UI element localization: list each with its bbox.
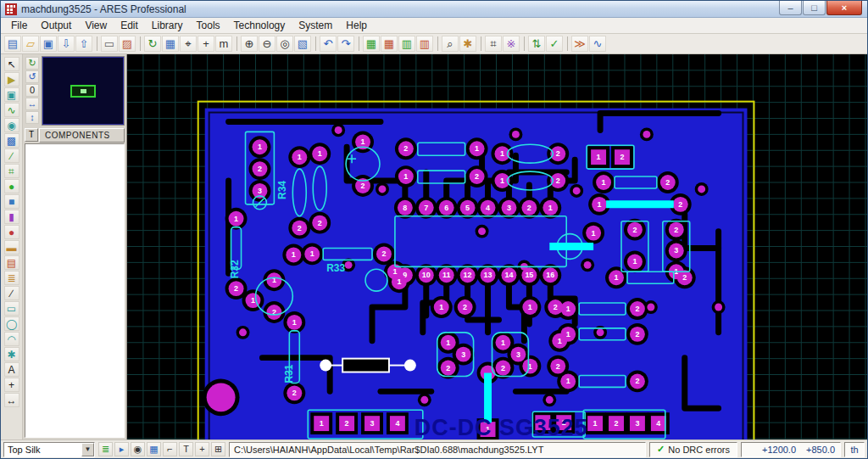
- grid-snap-icon[interactable]: ▦: [147, 442, 161, 456]
- angle-display[interactable]: 0: [25, 84, 39, 97]
- package-mode-icon[interactable]: ▣: [4, 87, 19, 102]
- mark-output-icon[interactable]: ▨: [119, 36, 136, 52]
- polar-toggle-icon[interactable]: ⌐: [163, 442, 177, 456]
- export-region-icon[interactable]: ⇧: [75, 36, 92, 52]
- selection-tool-icon[interactable]: ↖: [4, 57, 19, 71]
- zoom-in-icon[interactable]: ⊕: [241, 36, 258, 52]
- line-2d-icon[interactable]: ∕: [4, 286, 19, 300]
- via[interactable]: [597, 328, 604, 336]
- print-icon[interactable]: ▭: [101, 36, 118, 52]
- via[interactable]: [647, 304, 654, 311]
- text-toggle-icon[interactable]: T: [179, 442, 193, 456]
- search-tag-icon[interactable]: ⌕: [442, 36, 459, 52]
- via-mode-icon[interactable]: ◉: [4, 118, 19, 132]
- design-overview[interactable]: [42, 56, 125, 126]
- via-stack-icon[interactable]: ≣: [4, 271, 19, 285]
- via[interactable]: [573, 187, 581, 194]
- via[interactable]: [698, 185, 705, 193]
- dil-pad-icon[interactable]: ▮: [4, 210, 19, 224]
- maximize-button[interactable]: □: [803, 1, 826, 15]
- via[interactable]: [546, 396, 554, 404]
- dimension-icon[interactable]: ↔: [4, 393, 19, 407]
- route-toggle-icon[interactable]: ▸: [114, 442, 129, 456]
- ratsnest-mode-icon[interactable]: ∕: [4, 148, 19, 163]
- pcb-editor[interactable]: 8765432191011121314151612312121221121212…: [126, 54, 867, 439]
- via[interactable]: [335, 126, 342, 134]
- undo-icon[interactable]: ↶: [320, 36, 337, 52]
- components-list[interactable]: [25, 143, 125, 438]
- menu-item-edit[interactable]: Edit: [114, 19, 145, 32]
- mounting-hole[interactable]: [207, 383, 236, 411]
- square-pad-icon[interactable]: ■: [4, 194, 19, 209]
- snap-toggle-icon[interactable]: ◉: [131, 442, 145, 456]
- x-cursor-icon[interactable]: +: [198, 36, 214, 52]
- layer-stack-icon[interactable]: ≣: [98, 442, 113, 456]
- drc-graph-icon[interactable]: ∿: [589, 36, 606, 52]
- grid-toggle-icon[interactable]: ▦: [162, 36, 179, 52]
- auto-router-icon[interactable]: ≫: [571, 36, 588, 52]
- via[interactable]: [239, 328, 247, 336]
- menu-item-file[interactable]: File: [4, 19, 34, 32]
- menu-item-help[interactable]: Help: [339, 19, 374, 32]
- titlebar[interactable]: machdung3525 - ARES Professional –□×: [1, 1, 867, 18]
- via[interactable]: [345, 261, 353, 269]
- find-part-icon[interactable]: ⌗: [485, 36, 502, 52]
- redo-icon[interactable]: ↷: [337, 36, 354, 52]
- arc-2d-icon[interactable]: ◠: [4, 332, 19, 346]
- snap-icon[interactable]: m: [215, 36, 232, 52]
- zoom-area-icon[interactable]: ▧: [294, 36, 311, 52]
- via[interactable]: [643, 131, 650, 138]
- open-layout-icon[interactable]: ▱: [22, 36, 39, 52]
- text-2d-icon[interactable]: A: [4, 362, 19, 377]
- box-2d-icon[interactable]: ▭: [4, 301, 19, 316]
- flip-layers-icon[interactable]: ▥: [398, 36, 415, 52]
- via[interactable]: [478, 227, 486, 235]
- edge-pad-icon[interactable]: ●: [4, 225, 19, 239]
- menu-item-technology[interactable]: Technology: [227, 19, 292, 32]
- menu-item-output[interactable]: Output: [34, 19, 78, 32]
- round-pad-icon[interactable]: ●: [4, 179, 19, 193]
- cursor-toggle-icon[interactable]: +: [195, 442, 209, 456]
- mirror-horizontal-icon[interactable]: ↔: [25, 98, 39, 110]
- tidy-icon[interactable]: ⇅: [528, 36, 545, 52]
- highlight-mode-icon[interactable]: ⌗: [4, 164, 19, 178]
- menu-item-library[interactable]: Library: [145, 19, 190, 32]
- mirror-vertical-icon[interactable]: ↕: [25, 111, 39, 124]
- edit-properties-icon[interactable]: ✱: [459, 36, 476, 52]
- minimize-button[interactable]: –: [779, 1, 802, 15]
- connectivity-icon[interactable]: ✓: [546, 36, 563, 52]
- refresh-icon[interactable]: ↻: [25, 57, 39, 70]
- zone-mode-icon[interactable]: ▩: [4, 133, 19, 148]
- layer-pairs-icon[interactable]: ▥: [416, 36, 433, 52]
- via[interactable]: [715, 304, 722, 311]
- rotate-ccw-icon[interactable]: ↺: [25, 70, 39, 83]
- save-layout-icon[interactable]: ▣: [40, 36, 57, 52]
- menu-item-view[interactable]: View: [78, 19, 114, 32]
- close-button[interactable]: ×: [826, 1, 862, 15]
- ruler-toggle-icon[interactable]: ⊞: [211, 442, 225, 456]
- circle-2d-icon[interactable]: ◯: [4, 316, 19, 331]
- layer-selector[interactable]: Top Silk ▼: [3, 442, 95, 457]
- track-mode-icon[interactable]: ∿: [4, 103, 19, 117]
- marker-2d-icon[interactable]: +: [4, 378, 19, 392]
- origin-icon[interactable]: ⌖: [180, 36, 197, 52]
- via[interactable]: [584, 261, 592, 269]
- smd-pad-icon[interactable]: ▬: [4, 240, 19, 255]
- menu-item-system[interactable]: System: [292, 19, 339, 32]
- menu-item-tools[interactable]: Tools: [190, 19, 227, 32]
- via[interactable]: [512, 131, 520, 138]
- via[interactable]: [420, 396, 428, 404]
- chevron-down-icon[interactable]: ▼: [81, 443, 94, 456]
- import-region-icon[interactable]: ⇩: [58, 36, 75, 52]
- new-layout-icon[interactable]: ▤: [4, 36, 21, 52]
- redraw-icon[interactable]: ↻: [144, 36, 161, 52]
- path-2d-icon[interactable]: ✱: [4, 347, 19, 361]
- toggle-list-button[interactable]: T: [25, 128, 38, 142]
- goto-ratsnest-icon[interactable]: ※: [503, 36, 520, 52]
- zoom-out-icon[interactable]: ⊖: [259, 36, 275, 52]
- layer-grid-top-icon[interactable]: ▦: [363, 36, 380, 52]
- layer-grid-bottom-icon[interactable]: ▦: [381, 36, 398, 52]
- padstack-icon[interactable]: ▤: [4, 255, 19, 270]
- zoom-all-icon[interactable]: ◎: [276, 36, 293, 52]
- pcb-canvas[interactable]: 8765432191011121314151612312121221121212…: [127, 54, 867, 439]
